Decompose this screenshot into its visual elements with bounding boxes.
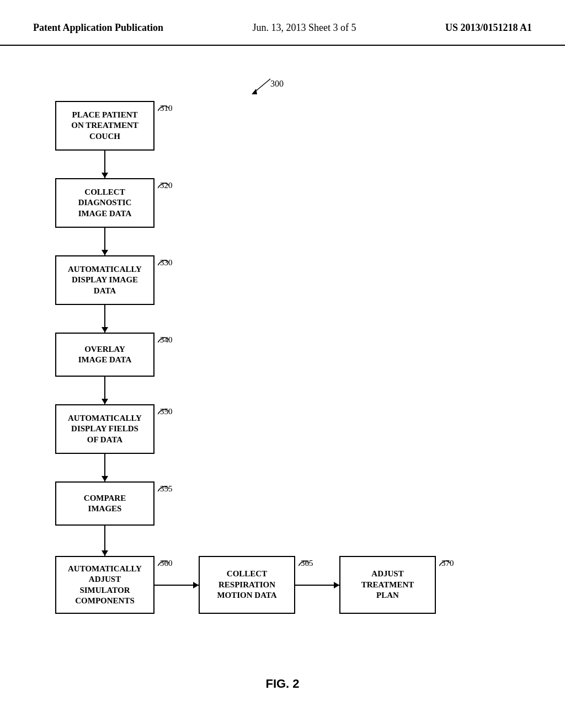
ref-355-curve	[158, 483, 174, 494]
arrow-360-365	[154, 585, 199, 586]
box-370: ADJUST TREATMENT PLAN	[339, 556, 436, 614]
box-360: AUTOMATICALLY ADJUST SIMULATOR COMPONENT…	[55, 556, 154, 614]
ref-320-curve	[158, 180, 174, 191]
header-center: Jun. 13, 2013 Sheet 3 of 5	[253, 22, 356, 34]
arrow-330-340	[104, 305, 105, 333]
ref-310-curve	[158, 103, 174, 114]
box-340: OVERLAY IMAGE DATA	[55, 333, 154, 377]
header-left: Patent Application Publication	[33, 22, 163, 34]
arrow-350-355	[104, 454, 105, 481]
ref-300-arrow	[248, 73, 281, 95]
arrow-320-330	[104, 228, 105, 255]
ref-350-curve	[158, 406, 174, 417]
ref-370-curve	[439, 558, 456, 569]
box-365: COLLECT RESPIRATION MOTION DATA	[199, 556, 295, 614]
arrow-365-370	[295, 585, 339, 586]
fig-label: FIG. 2	[265, 677, 299, 691]
header-right: US 2013/0151218 A1	[445, 22, 532, 34]
box-320: COLLECT DIAGNOSTIC IMAGE DATA	[55, 178, 154, 228]
arrow-310-320	[104, 151, 105, 178]
ref-365-curve	[299, 558, 315, 569]
ref-330-curve	[158, 257, 174, 268]
page-header: Patent Application Publication Jun. 13, …	[0, 0, 565, 46]
main-content: 300 PLACE PATIENT ON TREATMENT COUCH 310…	[0, 46, 565, 724]
box-310: PLACE PATIENT ON TREATMENT COUCH	[55, 101, 154, 151]
box-330: AUTOMATICALLY DISPLAY IMAGE DATA	[55, 255, 154, 305]
box-350: AUTOMATICALLY DISPLAY FIELDS OF DATA	[55, 404, 154, 454]
arrow-355-360	[104, 526, 105, 556]
svg-marker-1	[252, 89, 257, 94]
ref-340-curve	[158, 334, 174, 345]
arrow-340-350	[104, 377, 105, 404]
box-355: COMPARE IMAGES	[55, 481, 154, 526]
ref-360-curve	[158, 558, 174, 569]
